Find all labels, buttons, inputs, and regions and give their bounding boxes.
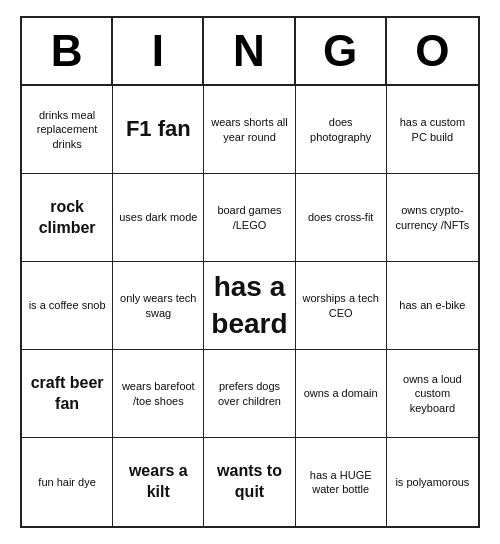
bingo-letter-b: B [22, 18, 113, 84]
bingo-letter-o: O [387, 18, 478, 84]
bingo-cell-22: wants to quit [204, 438, 295, 526]
bingo-cell-5: rock climber [22, 174, 113, 262]
bingo-cell-14: has an e-bike [387, 262, 478, 350]
bingo-cell-11: only wears tech swag [113, 262, 204, 350]
bingo-cell-15: craft beer fan [22, 350, 113, 438]
bingo-letter-n: N [204, 18, 295, 84]
bingo-cell-23: has a HUGE water bottle [296, 438, 387, 526]
bingo-letter-i: I [113, 18, 204, 84]
bingo-cell-2: wears shorts all year round [204, 86, 295, 174]
bingo-cell-10: is a coffee snob [22, 262, 113, 350]
bingo-letter-g: G [296, 18, 387, 84]
bingo-cell-13: worships a tech CEO [296, 262, 387, 350]
bingo-cell-0: drinks meal replacement drinks [22, 86, 113, 174]
bingo-cell-19: owns a loud custom keyboard [387, 350, 478, 438]
bingo-cell-7: board games /LEGO [204, 174, 295, 262]
bingo-grid: drinks meal replacement drinksF1 fanwear… [22, 86, 478, 526]
bingo-cell-24: is polyamorous [387, 438, 478, 526]
bingo-cell-17: prefers dogs over children [204, 350, 295, 438]
bingo-cell-3: does photography [296, 86, 387, 174]
bingo-cell-4: has a custom PC build [387, 86, 478, 174]
bingo-cell-1: F1 fan [113, 86, 204, 174]
bingo-cell-6: uses dark mode [113, 174, 204, 262]
bingo-card: BINGO drinks meal replacement drinksF1 f… [20, 16, 480, 528]
bingo-cell-9: owns crypto-currency /NFTs [387, 174, 478, 262]
bingo-cell-20: fun hair dye [22, 438, 113, 526]
bingo-header: BINGO [22, 18, 478, 86]
bingo-cell-12: has a beard [204, 262, 295, 350]
bingo-cell-16: wears barefoot /toe shoes [113, 350, 204, 438]
bingo-cell-18: owns a domain [296, 350, 387, 438]
bingo-cell-8: does cross-fit [296, 174, 387, 262]
bingo-cell-21: wears a kilt [113, 438, 204, 526]
